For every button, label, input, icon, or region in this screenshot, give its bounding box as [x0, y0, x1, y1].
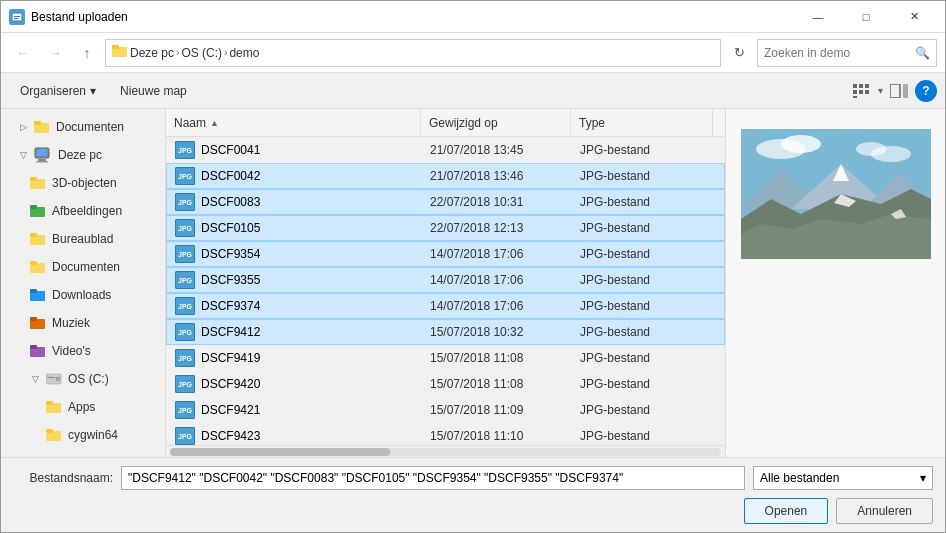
svg-rect-40	[46, 429, 53, 433]
sidebar-item-downloads[interactable]: Downloads	[1, 281, 165, 309]
sidebar-item-afbeeldingen[interactable]: Afbeeldingen	[1, 197, 165, 225]
bottom-bar: Bestandsnaam: Alle bestanden ▾ Openen An…	[1, 457, 945, 532]
sidebar-item-cygwin64[interactable]: cygwin64	[1, 421, 165, 449]
file-name-cell: JPG DSCF9355	[167, 268, 422, 292]
file-type-cell: JPG-bestand	[572, 190, 712, 214]
main-area: ▷ Documenten ▽ Deze pc 3D-objecten	[1, 109, 945, 457]
sidebar-item-3d-objecten[interactable]: 3D-objecten	[1, 169, 165, 197]
filename-input[interactable]	[121, 466, 745, 490]
table-row[interactable]: JPG DSCF0042 21/07/2018 13:46 JPG-bestan…	[166, 163, 725, 189]
breadcrumb-os-c[interactable]: OS (C:) ›	[181, 46, 227, 60]
file-icon: JPG	[175, 375, 195, 393]
new-folder-button[interactable]: Nieuwe map	[109, 77, 198, 105]
file-list-header: Naam ▲ Gewijzigd op Type	[166, 109, 725, 137]
refresh-button[interactable]: ↻	[725, 39, 753, 67]
sidebar-item-bureaublad[interactable]: Bureaublad	[1, 225, 165, 253]
file-date-cell: 15/07/2018 11:08	[422, 346, 572, 370]
file-name-cell: JPG DSCF9412	[167, 320, 422, 344]
open-button[interactable]: Openen	[744, 498, 829, 524]
table-row[interactable]: JPG DSCF9412 15/07/2018 10:32 JPG-bestan…	[166, 319, 725, 345]
cancel-button[interactable]: Annuleren	[836, 498, 933, 524]
file-type-cell: JPG-bestand	[572, 216, 712, 240]
maximize-button[interactable]: □	[843, 1, 889, 33]
computer-icon	[34, 147, 52, 163]
file-type-cell: JPG-bestand	[572, 424, 712, 445]
table-row[interactable]: JPG DSCF0041 21/07/2018 13:45 JPG-bestan…	[166, 137, 725, 163]
file-list-body[interactable]: JPG DSCF0041 21/07/2018 13:45 JPG-bestan…	[166, 137, 725, 445]
svg-rect-8	[853, 90, 857, 94]
col-header-naam[interactable]: Naam ▲	[166, 109, 421, 136]
filetype-dropdown-arrow: ▾	[920, 471, 926, 485]
window-title: Bestand uploaden	[31, 10, 795, 24]
table-row[interactable]: JPG DSCF9374 14/07/2018 17:06 JPG-bestan…	[166, 293, 725, 319]
table-row[interactable]: JPG DSCF0105 22/07/2018 12:13 JPG-bestan…	[166, 215, 725, 241]
sidebar-item-dell[interactable]: DELL	[1, 449, 165, 457]
breadcrumb-demo[interactable]: demo	[229, 46, 259, 60]
folder-3d-icon	[30, 176, 46, 190]
svg-rect-38	[46, 401, 53, 405]
file-icon: JPG	[175, 349, 195, 367]
svg-point-49	[781, 135, 821, 153]
sidebar-item-apps[interactable]: Apps	[1, 393, 165, 421]
forward-button[interactable]: →	[41, 39, 69, 67]
mountain-svg	[741, 129, 931, 259]
desktop-folder-icon	[30, 232, 46, 246]
help-button[interactable]: ?	[915, 80, 937, 102]
search-icon: 🔍	[915, 46, 930, 60]
search-box: 🔍	[757, 39, 937, 67]
actions-row: Openen Annuleren	[13, 498, 933, 524]
file-name-cell: JPG DSCF9420	[167, 372, 422, 396]
table-row[interactable]: JPG DSCF9354 14/07/2018 17:06 JPG-bestan…	[166, 241, 725, 267]
file-name-cell: JPG DSCF9419	[167, 346, 422, 370]
sidebar-item-deze-pc[interactable]: ▽ Deze pc	[1, 141, 165, 169]
back-button[interactable]: ←	[9, 39, 37, 67]
chevron-right-icon-os: ▽	[30, 374, 40, 384]
hscroll-thumb[interactable]	[170, 448, 390, 456]
horizontal-scrollbar[interactable]	[166, 445, 725, 457]
docs-folder-icon	[30, 260, 46, 274]
svg-rect-17	[37, 149, 47, 156]
svg-rect-11	[853, 96, 857, 98]
sidebar-item-videos[interactable]: Video's	[1, 337, 165, 365]
drive-icon	[46, 372, 62, 386]
svg-rect-15	[34, 121, 41, 125]
sidebar-item-documenten-top[interactable]: ▷ Documenten	[1, 113, 165, 141]
sidebar-item-muziek[interactable]: Muziek	[1, 309, 165, 337]
table-row[interactable]: JPG DSCF9355 14/07/2018 17:06 JPG-bestan…	[166, 267, 725, 293]
view-options-button[interactable]	[848, 77, 876, 105]
preview-pane	[725, 109, 945, 457]
preview-pane-button[interactable]	[885, 77, 913, 105]
svg-rect-25	[30, 233, 37, 237]
col-header-type[interactable]: Type	[571, 109, 713, 136]
breadcrumb[interactable]: Deze pc › OS (C:) › demo	[105, 39, 721, 67]
table-row[interactable]: JPG DSCF9419 15/07/2018 11:08 JPG-bestan…	[166, 345, 725, 371]
file-date-cell: 15/07/2018 11:08	[422, 372, 572, 396]
file-icon: JPG	[175, 245, 195, 263]
filetype-dropdown[interactable]: Alle bestanden ▾	[753, 466, 933, 490]
table-row[interactable]: JPG DSCF9421 15/07/2018 11:09 JPG-bestan…	[166, 397, 725, 423]
images-folder-icon	[30, 204, 46, 218]
breadcrumb-folder-icon	[112, 44, 128, 61]
file-date-cell: 15/07/2018 11:10	[422, 424, 572, 445]
title-bar-icon	[9, 9, 25, 25]
minimize-button[interactable]: —	[795, 1, 841, 33]
sidebar-item-documenten[interactable]: Documenten	[1, 253, 165, 281]
file-icon: JPG	[175, 401, 195, 419]
file-date-cell: 14/07/2018 17:06	[422, 242, 572, 266]
svg-rect-27	[30, 261, 37, 265]
table-row[interactable]: JPG DSCF0083 22/07/2018 10:31 JPG-bestan…	[166, 189, 725, 215]
search-input[interactable]	[764, 46, 911, 60]
cygwin-folder-icon	[46, 428, 62, 442]
table-row[interactable]: JPG DSCF9423 15/07/2018 11:10 JPG-bestan…	[166, 423, 725, 445]
svg-rect-5	[853, 84, 857, 88]
organize-button[interactable]: Organiseren ▾	[9, 77, 107, 105]
table-row[interactable]: JPG DSCF9420 15/07/2018 11:08 JPG-bestan…	[166, 371, 725, 397]
close-button[interactable]: ✕	[891, 1, 937, 33]
file-date-cell: 21/07/2018 13:46	[422, 164, 572, 188]
col-header-date[interactable]: Gewijzigd op	[421, 109, 571, 136]
svg-rect-29	[30, 289, 37, 293]
up-button[interactable]: ↑	[73, 39, 101, 67]
breadcrumb-deze-pc[interactable]: Deze pc ›	[130, 46, 179, 60]
sidebar-item-os-c[interactable]: ▽ OS (C:)	[1, 365, 165, 393]
file-type-cell: JPG-bestand	[572, 138, 712, 162]
